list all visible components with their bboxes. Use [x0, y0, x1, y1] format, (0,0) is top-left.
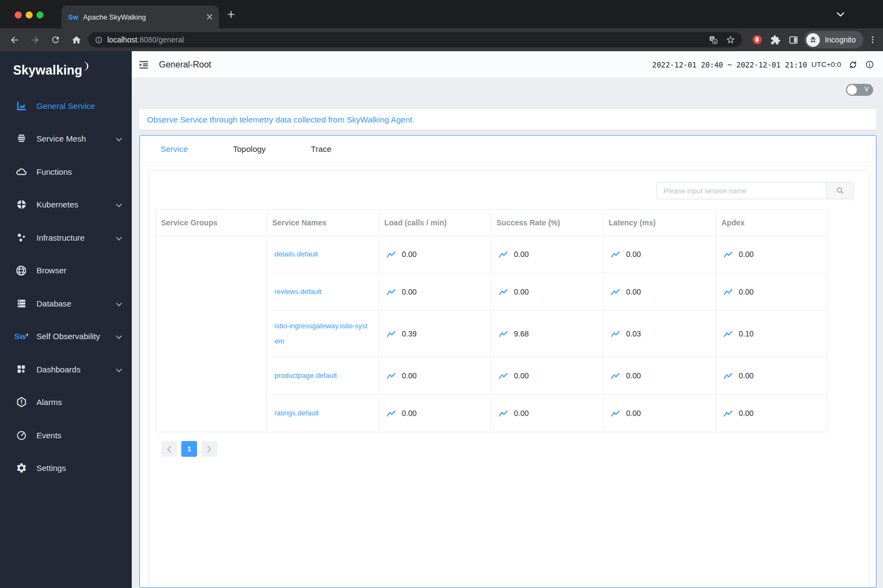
sparkline-icon[interactable] [387, 410, 396, 417]
col-success-rate: Success Rate (%) [491, 210, 603, 236]
next-page-button[interactable] [201, 441, 217, 457]
sparkline-icon[interactable] [387, 372, 396, 379]
sidebar-item-self-observability[interactable]: Sw’ Self Observability [0, 320, 132, 353]
col-service-names: Service Names [267, 210, 379, 236]
database-rack-icon [15, 297, 27, 309]
time-range[interactable]: 2022-12-01 20:40 ~ 2022-12-01 21:10 [652, 60, 807, 69]
dashboard-toolbar-strip: V [132, 78, 883, 101]
service-link[interactable]: productpage.default [274, 371, 337, 379]
sparkline-icon[interactable] [723, 410, 733, 417]
site-info-icon[interactable] [95, 36, 103, 44]
metric-value: 0.00 [626, 409, 641, 418]
metric-value: 0.00 [514, 287, 529, 296]
col-load: Load (calls / min) [379, 210, 491, 236]
close-window-button[interactable] [15, 11, 22, 19]
browser-tab-strip: Sw Apache SkyWalking [0, 0, 883, 28]
sidebar-item-label: Kubernetes [36, 200, 116, 209]
url-host: localhost [107, 35, 137, 44]
dashboard-grid-icon [15, 363, 27, 375]
service-link[interactable]: ratings.default [274, 409, 319, 417]
translate-icon[interactable]: GA [709, 35, 718, 45]
sparkline-icon[interactable] [611, 251, 620, 258]
minimize-window-button[interactable] [26, 11, 33, 19]
chart-icon [15, 100, 27, 112]
sparkline-icon[interactable] [611, 289, 620, 296]
prev-page-button[interactable] [161, 441, 177, 457]
page-header: General-Root 2022-12-01 20:40 ~ 2022-12-… [132, 51, 883, 78]
content-blocker-extension-icon[interactable] [752, 34, 763, 45]
service-link[interactable]: reviews.default [274, 287, 322, 296]
home-button[interactable] [68, 31, 85, 48]
table-header-row: Service Groups Service Names Load (calls… [156, 210, 828, 236]
sparkline-icon[interactable] [611, 410, 620, 417]
col-latency: Latency (ms) [603, 210, 716, 236]
sidebar-item-alarms[interactable]: Alarms [0, 386, 132, 419]
tab-close-icon[interactable] [207, 14, 212, 20]
tab-topology[interactable]: Topology [233, 144, 266, 154]
search-input[interactable] [657, 182, 826, 199]
browser-tab[interactable]: Sw Apache SkyWalking [62, 5, 219, 28]
metric-value: 0.00 [626, 250, 641, 259]
edit-mode-toggle[interactable]: V [846, 84, 873, 96]
sparkline-icon[interactable] [723, 330, 733, 338]
bookmark-star-icon[interactable] [726, 35, 735, 45]
side-panel-icon[interactable] [788, 35, 799, 45]
skywalking-logo: Skywalking [0, 51, 132, 89]
sparkline-icon[interactable] [611, 330, 620, 338]
sparkline-icon[interactable] [499, 251, 508, 258]
tab-service[interactable]: Service [161, 144, 188, 154]
address-bar[interactable]: localhost:8080/general GA [88, 32, 742, 47]
kubernetes-wheel-icon [15, 199, 27, 211]
sparkline-icon[interactable] [499, 289, 508, 296]
tab-search-chevron-icon[interactable] [837, 12, 844, 17]
sidebar-item-label: Infrastructure [36, 233, 116, 242]
service-link[interactable]: details.default [274, 250, 318, 258]
zoom-window-button[interactable] [36, 11, 44, 19]
sidebar-item-kubernetes[interactable]: Kubernetes [0, 188, 132, 222]
sidebar-item-general-service[interactable]: General Service [0, 89, 132, 122]
new-tab-button[interactable] [228, 11, 235, 18]
sidebar-item-database[interactable]: Database [0, 287, 132, 320]
sidebar-item-label: Settings [36, 463, 122, 473]
incognito-label: Incognito [825, 35, 856, 44]
sidebar-item-infrastructure[interactable]: Infrastructure [0, 221, 132, 254]
browser-menu-icon[interactable] [868, 35, 878, 45]
sparkline-icon[interactable] [387, 289, 396, 296]
forward-button[interactable] [26, 31, 44, 48]
sparkline-icon[interactable] [723, 251, 733, 258]
metric-value: 0.00 [739, 287, 753, 296]
sidebar-item-functions[interactable]: Functions [0, 155, 132, 188]
page-number-button[interactable]: 1 [181, 441, 197, 457]
collapse-sidebar-icon[interactable] [138, 59, 149, 70]
sparkline-icon[interactable] [499, 330, 508, 338]
sparkline-icon[interactable] [611, 372, 620, 379]
refresh-icon[interactable] [848, 60, 858, 70]
sparkline-icon[interactable] [499, 410, 508, 417]
description-banner: Observe Service through telemetry data c… [139, 109, 876, 130]
sparkline-icon[interactable] [723, 289, 733, 296]
sparkline-icon[interactable] [387, 251, 396, 258]
chevron-down-icon [116, 233, 122, 242]
tab-trace[interactable]: Trace [311, 144, 332, 154]
extensions-puzzle-icon[interactable] [770, 35, 781, 45]
metric-value: 0.00 [514, 371, 529, 380]
search-button[interactable] [826, 182, 854, 199]
sidebar-item-dashboards[interactable]: Dashboards [0, 353, 132, 386]
sparkline-icon[interactable] [499, 372, 508, 379]
back-button[interactable] [5, 31, 23, 48]
url-text[interactable]: localhost:8080/general [107, 35, 709, 44]
reload-button[interactable] [47, 31, 64, 48]
sidebar-item-events[interactable]: Events [0, 419, 132, 452]
sparkline-icon[interactable] [387, 330, 396, 338]
sidebar-item-settings[interactable]: Settings [0, 452, 132, 485]
sidebar-item-label: Dashboards [36, 365, 116, 374]
browser-toolbar: localhost:8080/general GA Incognito [0, 28, 883, 51]
logo-crescent-icon [83, 60, 91, 72]
svg-text:A: A [714, 40, 716, 43]
info-icon[interactable] [865, 60, 874, 69]
sidebar-item-service-mesh[interactable]: Service Mesh [0, 122, 132, 156]
service-link[interactable]: istio-ingressgateway.istio-system [274, 322, 367, 345]
sparkline-icon[interactable] [723, 372, 733, 379]
layers-stack-icon [15, 133, 27, 145]
sidebar-item-browser[interactable]: Browser [0, 254, 132, 287]
